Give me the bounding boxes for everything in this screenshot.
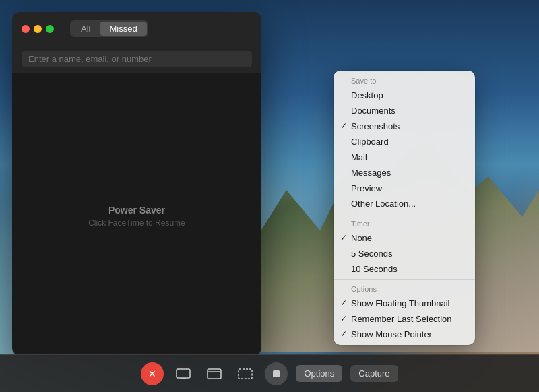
save-to-header: Save to (334, 73, 475, 88)
search-bar (12, 45, 261, 73)
separator-1 (334, 214, 475, 214)
capture-button[interactable]: Capture (350, 365, 398, 382)
selection-icon[interactable] (234, 362, 257, 385)
menu-item-floating-thumbnail[interactable]: Show Floating Thumbnail (334, 296, 475, 311)
window-body: Power Saver Click FaceTime to Resume (12, 73, 261, 356)
svg-rect-6 (273, 370, 280, 377)
tab-group: All Missed (70, 20, 148, 37)
search-input[interactable] (22, 51, 252, 67)
facetime-window: All Missed Power Saver Click FaceTime to… (12, 12, 261, 356)
menu-item-none[interactable]: None (334, 230, 475, 246)
timer-header: Timer (334, 216, 475, 230)
traffic-lights (22, 25, 54, 33)
menu-item-preview[interactable]: Preview (334, 181, 475, 196)
record-stop-icon[interactable] (265, 362, 288, 385)
menu-item-5-seconds[interactable]: 5 Seconds (334, 246, 475, 261)
svg-rect-0 (177, 369, 190, 378)
menu-item-screenshots[interactable]: Screenshots (334, 119, 475, 134)
menu-item-documents[interactable]: Documents (334, 103, 475, 119)
maximize-button[interactable] (46, 25, 54, 33)
menu-item-desktop[interactable]: Desktop (334, 88, 475, 103)
menu-item-10-seconds[interactable]: 10 Seconds (334, 261, 475, 277)
options-button[interactable]: Options (296, 365, 342, 382)
window-icon[interactable] (203, 362, 226, 385)
menu-item-messages[interactable]: Messages (334, 165, 475, 181)
close-button[interactable] (22, 25, 30, 33)
menu-item-remember-selection[interactable]: Remember Last Selection (334, 311, 475, 327)
tab-all[interactable]: All (71, 22, 100, 36)
options-header: Options (334, 282, 475, 296)
minimize-button[interactable] (34, 25, 42, 33)
menu-item-clipboard[interactable]: Clipboard (334, 134, 475, 150)
svg-rect-5 (239, 369, 252, 379)
tab-missed[interactable]: Missed (100, 22, 146, 36)
menu-item-show-mouse-pointer[interactable]: Show Mouse Pointer (334, 327, 475, 342)
power-saver-title: Power Saver (108, 205, 165, 216)
menu-item-mail[interactable]: Mail (334, 150, 475, 165)
close-circle-icon[interactable]: ✕ (141, 362, 164, 385)
screen-icon[interactable] (172, 362, 195, 385)
svg-rect-3 (208, 369, 221, 379)
power-saver-subtitle: Click FaceTime to Resume (88, 218, 185, 228)
bottom-toolbar: ✕ Options Capture (0, 354, 539, 392)
titlebar: All Missed (12, 12, 261, 45)
menu-item-other-location[interactable]: Other Location... (334, 196, 475, 211)
separator-2 (334, 279, 475, 280)
dropdown-menu: Save to Desktop Documents Screenshots Cl… (334, 71, 475, 345)
